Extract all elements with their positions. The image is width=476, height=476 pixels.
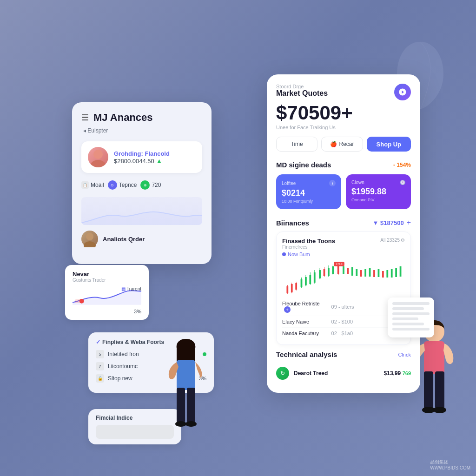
svg-rect-34 xyxy=(351,267,353,276)
svg-rect-5 xyxy=(75,299,84,303)
svg-rect-54 xyxy=(177,388,185,423)
watermark: 品创集团 WWW.PBIDS.COM xyxy=(430,459,470,470)
hamburger-icon[interactable]: ☰ xyxy=(81,112,89,123)
svg-point-1 xyxy=(91,160,106,167)
tech-title: Technical analysis xyxy=(276,350,337,358)
doc-line-1 xyxy=(392,302,430,305)
person-left-illustration xyxy=(163,337,209,448)
main-panel-header: Stoord Drge Market Quotes xyxy=(276,84,411,101)
apple-icon: 🍎 xyxy=(330,141,337,147)
table-row-2: Elacy Naive 02 - $100 $4 xyxy=(282,316,405,328)
nevar-percent: 3% xyxy=(73,309,141,314)
biinances-header: Biinances ▼ $187500 + xyxy=(276,218,411,227)
brand-subtitle: Stoord Drge xyxy=(276,84,328,89)
nevar-title: Nevar xyxy=(73,271,141,278)
stats-row: 📋 Moail ⊙ Tepnce ⊕ 720 xyxy=(81,180,202,190)
market-quotes-title: Market Quotes xyxy=(276,89,328,98)
chart-all-label: All 23325 ⚙ xyxy=(380,238,405,243)
action-buttons: Time 🍎 Recar Shop Up xyxy=(276,137,411,152)
svg-rect-44 xyxy=(395,268,397,277)
technical-analysis: Technical analysis Clnck ↻ Dearot Treed … xyxy=(276,350,411,383)
svg-rect-35 xyxy=(356,269,357,276)
svg-rect-39 xyxy=(373,270,375,277)
md-badge: - 154% xyxy=(393,162,411,168)
recar-button[interactable]: 🍎 Recar xyxy=(321,137,363,152)
tr-add-icon-1[interactable]: + xyxy=(284,306,291,313)
finplies-num-1: 5 xyxy=(96,350,104,358)
candlestick-chart: 174.3 xyxy=(282,261,405,298)
md-card1-label: Lofftee ℹ xyxy=(282,180,336,186)
svg-point-3 xyxy=(84,241,96,247)
shop-up-button[interactable]: Shop Up xyxy=(367,137,411,152)
svg-point-56 xyxy=(175,421,186,427)
analysts-row: Analiots Qrder xyxy=(81,231,202,247)
md-title: MD sigine deads xyxy=(276,161,331,169)
stat-moail: 📋 Moail xyxy=(81,180,104,190)
watermark-line2: WWW.PBIDS.COM xyxy=(430,465,470,470)
tech-header: Technical analysis Clnck xyxy=(276,350,411,358)
tech-change: 769 xyxy=(403,370,411,376)
md-card-2: Clown 🕐 $1959.88 Ormand PIV xyxy=(346,174,411,209)
left-panel-header: ☰ MJ Anances xyxy=(81,112,202,124)
brand-info: Stoord Drge Market Quotes xyxy=(276,84,328,101)
chart-card-title: Finased the Toons xyxy=(282,238,335,245)
chart-settings-icon[interactable]: ⚙ xyxy=(401,238,405,243)
watermark-line1: 品创集团 xyxy=(430,459,470,465)
analyst-avatar xyxy=(81,231,98,247)
svg-rect-40 xyxy=(378,269,380,277)
md-card2-label: Clown 🕐 xyxy=(351,180,405,185)
left-panel-title: MJ Anances xyxy=(93,112,153,124)
svg-rect-49 xyxy=(435,371,444,409)
finplies-num-3: 🔒 xyxy=(96,374,104,383)
svg-rect-53 xyxy=(177,360,195,390)
tech-row-price: $13,99 769 xyxy=(384,370,411,377)
svg-rect-55 xyxy=(187,388,195,423)
svg-point-2 xyxy=(86,233,93,240)
svg-rect-37 xyxy=(364,269,366,277)
md-card1-value: $0214 xyxy=(282,188,336,198)
tr-name-3: Nanda Eacutary xyxy=(282,331,331,336)
svg-point-50 xyxy=(422,407,435,413)
720-icon: ⊕ xyxy=(140,180,150,190)
doc-card xyxy=(388,298,434,337)
profile-name: Grohding: Flancold xyxy=(114,150,170,157)
doc-line-2 xyxy=(392,307,424,310)
left-panel: ☰ MJ Anances ◂ Eulspter Grohding: Flanco… xyxy=(72,102,212,264)
tech-row-icon: ↻ xyxy=(276,367,289,380)
left-panel-subtitle: ◂ Eulspter xyxy=(81,127,202,134)
avatar xyxy=(88,147,108,167)
table-row-3: Nanda Eacutary 02 - $1a0 $7% xyxy=(282,328,405,339)
svg-rect-48 xyxy=(424,371,433,409)
svg-rect-45 xyxy=(400,266,402,277)
md-card2-sub: Ormand PIV xyxy=(351,198,405,202)
stat-720: ⊕ 720 xyxy=(140,180,161,190)
fimcial-title: Fimcial Indice xyxy=(96,415,174,421)
moail-icon: 📋 xyxy=(81,181,89,189)
clock-icon: 🕐 xyxy=(400,180,405,185)
biinances-value: ▼ $187500 xyxy=(373,219,404,226)
biinances-plus: + xyxy=(407,218,411,227)
svg-rect-41 xyxy=(382,271,384,278)
mini-chart xyxy=(81,197,202,225)
brand-icon xyxy=(394,84,411,100)
svg-text:174.3: 174.3 xyxy=(336,263,342,265)
stat-tepnce-label: Tepnce xyxy=(119,182,137,188)
stat-tepnce: ⊙ Tepnce xyxy=(108,180,137,190)
now-dot xyxy=(282,252,286,256)
big-price: $70509+ xyxy=(276,103,411,123)
doc-line-6 xyxy=(392,328,430,331)
profile-info: Grohding: Flancold $2800.0044.50 ▲ xyxy=(114,150,170,165)
tr-sub-3: 02 - $1a0 xyxy=(331,331,381,336)
chart-card-sub: Finernclrces xyxy=(282,245,335,250)
price-sub: Unee for Face Tralking Us xyxy=(276,125,411,130)
chart-card-header: Finased the Toons Finernclrces All 23325… xyxy=(282,238,405,250)
tech-row-name: Dearot Treed xyxy=(294,370,379,377)
md-section-header: MD sigine deads - 154% xyxy=(276,161,411,169)
md-card-1: Lofftee ℹ $0214 10:00 Fontpumly xyxy=(276,174,341,209)
info-icon: ℹ xyxy=(329,180,336,186)
biinances-title: Biinances xyxy=(276,219,309,227)
svg-rect-32 xyxy=(343,266,344,274)
time-button[interactable]: Time xyxy=(276,137,317,152)
doc-line-4 xyxy=(392,317,418,320)
tech-link[interactable]: Clnck xyxy=(398,352,411,357)
